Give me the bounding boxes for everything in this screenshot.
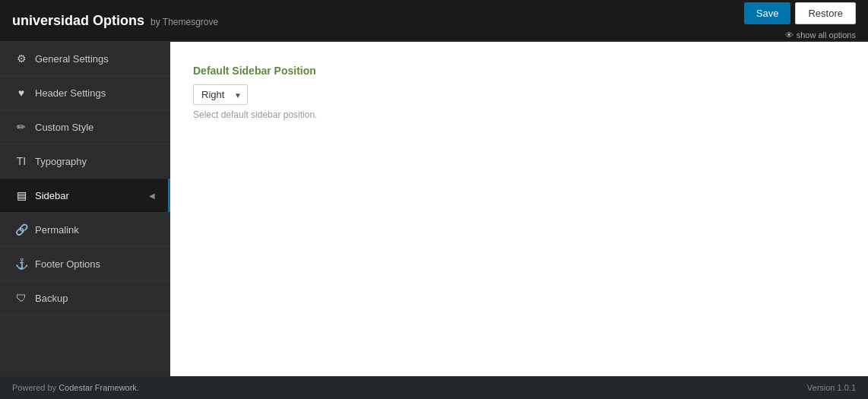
sidebar-position-select-wrapper[interactable]: LeftRightNone ▼	[193, 84, 248, 105]
sidebar-item-label-footer-options: Footer Options	[35, 258, 100, 270]
sidebar-nav: ⚙General Settings♥Header Settings✏Custom…	[0, 42, 170, 399]
sidebar-item-label-header-settings: Header Settings	[35, 87, 106, 99]
sidebar-item-header-settings[interactable]: ♥Header Settings	[0, 76, 170, 110]
sidebar-item-label-typography: Typography	[35, 156, 87, 167]
restore-button[interactable]: Restore	[795, 2, 856, 24]
header-title: universidad Options by Themesgrove	[12, 13, 218, 29]
sidebar-item-label-sidebar: Sidebar	[35, 190, 69, 201]
sidebar-active-arrow: ◀	[149, 192, 155, 200]
footer-options-icon: ⚓	[15, 258, 27, 270]
sidebar-item-custom-style[interactable]: ✏Custom Style	[0, 110, 170, 144]
field-description: Select default sidebar position.	[193, 109, 845, 120]
app-subtitle: by Themesgrove	[150, 17, 218, 27]
typography-icon: TI	[15, 155, 27, 167]
backup-icon: 🛡	[15, 292, 27, 304]
sidebar-item-label-custom-style: Custom Style	[35, 122, 93, 133]
app-header: universidad Options by Themesgrove Save …	[0, 0, 868, 42]
show-all-options-link[interactable]: 👁 show all options	[785, 30, 856, 40]
sidebar-item-backup[interactable]: 🛡Backup	[0, 281, 170, 315]
main-content-area: Default Sidebar Position LeftRightNone ▼…	[170, 42, 868, 399]
footer-version: Version 1.0.1	[807, 383, 856, 392]
sidebar-position-select[interactable]: LeftRightNone	[193, 84, 248, 105]
sidebar-item-typography[interactable]: TITypography	[0, 144, 170, 179]
main-layout: ⚙General Settings♥Header Settings✏Custom…	[0, 42, 868, 399]
general-settings-icon: ⚙	[15, 52, 27, 65]
page-footer: Powered by Codestar Framework. Version 1…	[0, 376, 868, 399]
sidebar-item-sidebar[interactable]: ▤Sidebar◀	[0, 179, 170, 213]
header-actions: Save Restore 👁 show all options	[744, 2, 856, 40]
header-buttons: Save Restore	[744, 2, 856, 24]
sidebar-item-general-settings[interactable]: ⚙General Settings	[0, 42, 170, 76]
sidebar-item-label-permalink: Permalink	[35, 224, 79, 236]
footer-powered-by: Powered by Codestar Framework.	[12, 383, 139, 392]
sidebar-item-label-backup: Backup	[35, 293, 68, 304]
field-label: Default Sidebar Position	[193, 65, 845, 77]
save-button[interactable]: Save	[744, 2, 791, 24]
sidebar-icon: ▤	[15, 189, 27, 201]
permalink-icon: 🔗	[15, 223, 27, 236]
sidebar-item-permalink[interactable]: 🔗Permalink	[0, 213, 170, 247]
footer-framework-link[interactable]: Codestar Framework.	[59, 383, 139, 392]
sidebar-item-label-general-settings: General Settings	[35, 53, 109, 65]
eye-icon: 👁	[785, 30, 794, 40]
header-settings-icon: ♥	[15, 87, 27, 99]
app-title: universidad Options	[12, 13, 144, 29]
custom-style-icon: ✏	[15, 121, 27, 133]
sidebar-item-footer-options[interactable]: ⚓Footer Options	[0, 247, 170, 281]
